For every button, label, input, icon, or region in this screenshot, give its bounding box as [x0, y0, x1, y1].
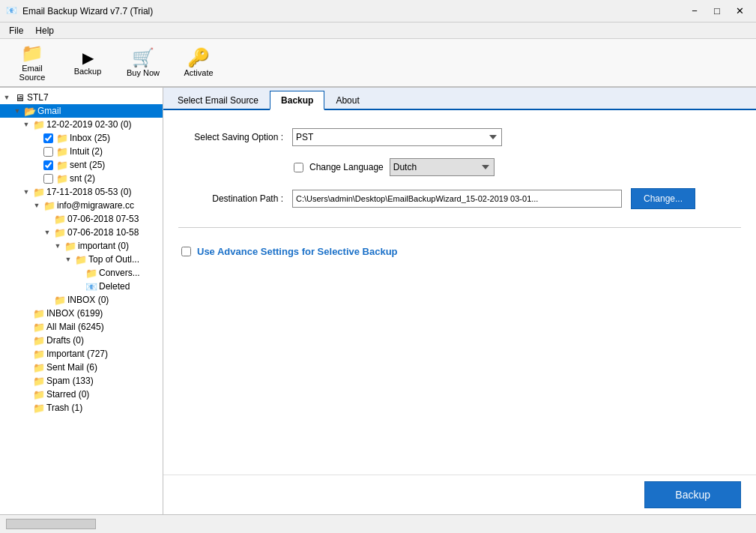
tree-label: snt (2) [70, 173, 95, 184]
tree-item[interactable]: 📁 Sent Mail (6) [0, 361, 163, 374]
language-label: Change Language [309, 162, 384, 172]
tree-label: 12-02-2019 02-30 (0) [46, 119, 131, 130]
tree-item[interactable]: ▼ 📁 info@migraware.cc [0, 199, 163, 212]
backup-row: Backup [163, 475, 756, 514]
folder-icon: 📁 [75, 253, 87, 265]
tab-about[interactable]: About [324, 91, 370, 110]
tree-item[interactable]: ▼ 📁 17-11-2018 05-53 (0) [0, 185, 163, 199]
tree-label: Inbox (25) [70, 133, 110, 143]
menu-help[interactable]: Help [29, 24, 60, 37]
tree-toggle[interactable]: ▼ [63, 254, 73, 265]
tab-select-email-source[interactable]: Select Email Source [166, 91, 270, 110]
tree-checkbox[interactable] [43, 160, 53, 170]
tree-toggle[interactable]: ▼ [42, 227, 52, 238]
window-title: Email Backup Wizard v7.7 (Trial) [22, 6, 684, 16]
email-source-icon: 📁 [21, 44, 43, 62]
tree-toggle-empty [21, 349, 31, 359]
tree-toggle[interactable]: ▼ [1, 92, 12, 103]
tree-label: important (0) [78, 241, 129, 251]
tree-item[interactable]: 📁 sent (25) [0, 158, 163, 172]
tree-toggle[interactable]: ▼ [12, 106, 22, 116]
folder-icon: 📁 [54, 213, 66, 225]
advance-settings-checkbox[interactable] [181, 247, 191, 256]
destination-input[interactable] [292, 190, 622, 208]
tree-item[interactable]: 📁 INBOX (6199) [0, 307, 163, 320]
saving-option-select[interactable]: PST PDF EML MSG MBOX [292, 128, 502, 146]
tree-label: All Mail (6245) [46, 322, 104, 332]
tree-label: Starred (0) [46, 389, 89, 400]
tree-toggle-empty [31, 133, 42, 143]
saving-option-label: Select Saving Option : [178, 132, 283, 142]
tree-label: Deleted [99, 281, 130, 292]
buy-now-icon: 🛒 [132, 49, 154, 67]
tree-item[interactable]: ▼ 📁 07-06-2018 10-58 [0, 226, 163, 239]
folder-icon: 📁 [33, 388, 45, 400]
tree-label: Gmail [37, 106, 61, 116]
tree-toggle[interactable]: ▼ [21, 187, 31, 197]
tree-item[interactable]: 📁 Spam (133) [0, 374, 163, 388]
tree-item[interactable]: ▼ 📁 12-02-2019 02-30 (0) [0, 118, 163, 131]
tree-item[interactable]: 📁 Trash (1) [0, 401, 163, 415]
tree-item[interactable]: 📁 INBOX (0) [0, 293, 163, 307]
language-checkbox[interactable] [294, 163, 303, 172]
tree-checkbox[interactable] [43, 133, 53, 143]
folder-icon: 📁 [33, 334, 45, 346]
tree-item[interactable]: 📁 Inbox (25) [0, 131, 163, 145]
title-bar: 📧 Email Backup Wizard v7.7 (Trial) − □ ✕ [0, 0, 756, 22]
buy-now-button[interactable]: 🛒 Buy Now [117, 42, 169, 83]
folder-icon: 📁 [56, 159, 68, 171]
tab-backup[interactable]: Backup [270, 91, 324, 110]
tree-toggle[interactable]: ▼ [21, 119, 31, 130]
tree-toggle[interactable]: ▼ [31, 200, 42, 211]
folder-icon: 📁 [33, 186, 45, 198]
tree-item[interactable]: 📧 Deleted [0, 280, 163, 293]
activate-icon: 🔑 [187, 49, 210, 67]
tree-toggle-empty [21, 308, 31, 319]
saving-option-row: Select Saving Option : PST PDF EML MSG M… [178, 128, 741, 146]
menu-bar: File Help [0, 22, 756, 39]
gmail-icon: 📂 [24, 105, 36, 117]
activate-label: Activate [184, 68, 213, 77]
tree-toggle[interactable]: ▼ [52, 241, 63, 251]
email-source-button[interactable]: 📁 Email Source [6, 42, 58, 83]
tree-item[interactable]: 📁 Starred (0) [0, 388, 163, 401]
tree-checkbox[interactable] [43, 174, 53, 184]
activate-button[interactable]: 🔑 Activate [172, 42, 225, 83]
tree-item[interactable]: ▼ 🖥 STL7 [0, 91, 163, 104]
close-button[interactable]: ✕ [729, 3, 750, 19]
tree-item[interactable]: 📁 Intuit (2) [0, 145, 163, 158]
folder-icon: 📁 [33, 361, 45, 373]
tree-item[interactable]: 📁 07-06-2018 07-53 [0, 212, 163, 226]
divider [178, 227, 741, 228]
menu-file[interactable]: File [3, 24, 29, 37]
tree-item[interactable]: 📁 snt (2) [0, 172, 163, 185]
advance-settings-label: Use Advance Settings for Selective Backu… [197, 246, 398, 257]
toolbar: 📁 Email Source ▶ Backup 🛒 Buy Now 🔑 Acti… [0, 39, 756, 88]
right-panel: Select Email Source Backup About Select … [163, 88, 756, 514]
tree-item[interactable]: ▼ 📁 Top of Outl... [0, 253, 163, 266]
tree-item[interactable]: ▼ 📂 Gmail [0, 104, 163, 118]
backup-button[interactable]: ▶ Backup [61, 42, 114, 83]
advance-settings-row: Use Advance Settings for Selective Backu… [178, 246, 741, 257]
tree-toggle-empty [21, 362, 31, 373]
tree-item[interactable]: ▼ 📁 important (0) [0, 239, 163, 253]
tree-item[interactable]: 📁 Drafts (0) [0, 334, 163, 347]
tree-item[interactable]: 📁 Convers... [0, 266, 163, 280]
change-button[interactable]: Change... [631, 188, 695, 209]
tree-item[interactable]: 📁 All Mail (6245) [0, 320, 163, 334]
tree-label: sent (25) [70, 160, 105, 170]
tree-toggle-empty [31, 160, 42, 170]
tree-toggle-empty [31, 146, 42, 157]
backup-action-button[interactable]: Backup [644, 481, 741, 508]
minimize-button[interactable]: − [684, 3, 705, 19]
scrollbar[interactable] [6, 519, 96, 529]
tree-checkbox[interactable] [43, 147, 53, 157]
tree-label: INBOX (6199) [46, 308, 103, 319]
email-icon: 📧 [85, 280, 97, 292]
tree-label: Trash (1) [46, 403, 82, 413]
folder-icon: 📁 [33, 118, 45, 130]
tree-item[interactable]: 📁 Important (727) [0, 347, 163, 361]
folder-icon: 📁 [33, 375, 45, 387]
restore-button[interactable]: □ [707, 3, 728, 19]
language-select[interactable]: Dutch English French German Spanish [390, 158, 495, 176]
